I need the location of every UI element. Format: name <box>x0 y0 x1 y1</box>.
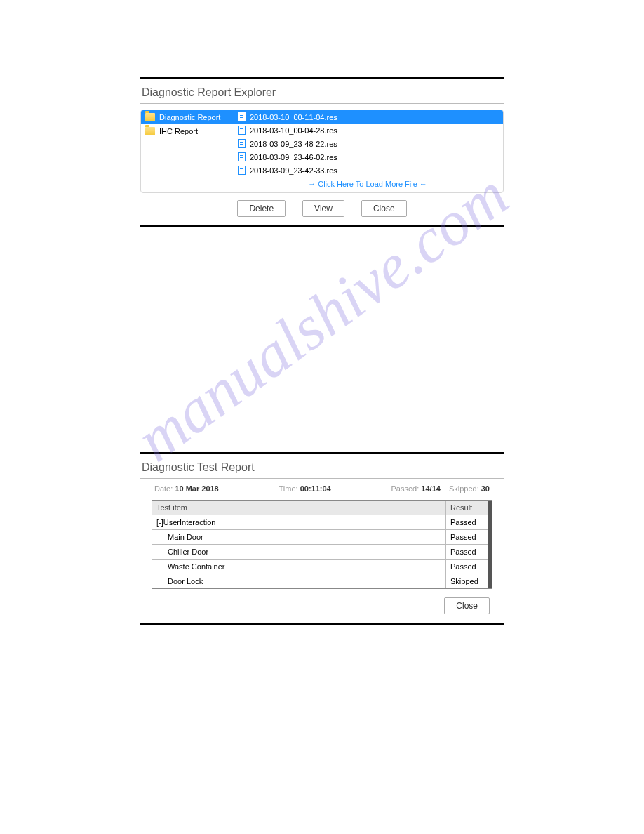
file-name: 2018-03-09_23-42-33.res <box>250 166 337 175</box>
row-result: Passed <box>446 530 488 544</box>
row-result: Passed <box>446 515 488 529</box>
folder-icon <box>145 113 155 121</box>
row-item: [-]UserInteraction <box>152 515 446 529</box>
passed-label: Passed: <box>391 484 420 493</box>
view-button[interactable]: View <box>302 200 344 217</box>
report-meta: Date: 10 Mar 2018 Time: 00:11:04 Passed:… <box>140 479 504 500</box>
table-row[interactable]: [-]UserInteraction Passed <box>152 515 488 530</box>
row-item: Chiller Door <box>152 545 446 559</box>
row-result: Skipped <box>446 574 488 588</box>
file-icon <box>238 112 246 121</box>
table-row[interactable]: Waste Container Passed <box>152 560 488 574</box>
file-name: 2018-03-09_23-46-02.res <box>250 153 337 161</box>
report-panel: Diagnostic Test Report Date: 10 Mar 2018… <box>140 452 504 625</box>
file-pane: 2018-03-10_00-11-04.res 2018-03-10_00-04… <box>232 110 503 192</box>
row-result: Passed <box>446 545 488 559</box>
table-row[interactable]: Door Lock Skipped <box>152 574 488 588</box>
report-close-button[interactable]: Close <box>444 597 490 614</box>
skipped-value: 30 <box>481 484 490 493</box>
scrollbar[interactable] <box>488 501 492 588</box>
folder-label: Diagnostic Report <box>159 113 220 121</box>
explorer-title: Diagnostic Report Explorer <box>140 84 504 104</box>
col-test-item: Test item <box>152 501 446 515</box>
folder-icon <box>145 127 155 135</box>
folder-label: IHC Report <box>159 127 198 135</box>
file-icon <box>238 166 246 175</box>
date-label: Date: <box>154 484 173 493</box>
close-button[interactable]: Close <box>361 200 407 217</box>
table-row[interactable]: Chiller Door Passed <box>152 545 488 560</box>
time-label: Time: <box>279 484 298 493</box>
col-result: Result <box>446 501 488 515</box>
folder-item-diagnostic-report[interactable]: Diagnostic Report <box>141 110 232 124</box>
file-icon <box>238 152 246 161</box>
file-name: 2018-03-10_00-04-28.res <box>250 126 337 135</box>
file-icon <box>238 126 246 135</box>
table-row[interactable]: Main Door Passed <box>152 530 488 545</box>
delete-button[interactable]: Delete <box>237 200 286 217</box>
time-value: 00:11:04 <box>300 484 331 493</box>
row-result: Passed <box>446 560 488 574</box>
date-value: 10 Mar 2018 <box>175 484 218 493</box>
file-item[interactable]: 2018-03-09_23-46-02.res <box>232 150 503 164</box>
row-item: Waste Container <box>152 560 446 574</box>
file-name: 2018-03-10_00-11-04.res <box>250 113 337 121</box>
load-more-link[interactable]: → Click Here To Load More File ← <box>232 177 503 192</box>
row-item: Main Door <box>152 530 446 544</box>
report-table: Test item Result [-]UserInteraction Pass… <box>152 500 492 589</box>
file-icon <box>238 139 246 148</box>
file-item[interactable]: 2018-03-09_23-48-22.res <box>232 137 503 150</box>
passed-value: 14/14 <box>421 484 441 493</box>
folder-item-ihc-report[interactable]: IHC Report <box>141 124 232 138</box>
file-name: 2018-03-09_23-48-22.res <box>250 140 337 148</box>
explorer-panel: Diagnostic Report Explorer Diagnostic Re… <box>140 77 504 227</box>
file-item[interactable]: 2018-03-10_00-11-04.res <box>232 110 503 124</box>
row-item: Door Lock <box>152 574 446 588</box>
file-item[interactable]: 2018-03-10_00-04-28.res <box>232 124 503 137</box>
folder-pane: Diagnostic Report IHC Report <box>141 110 232 192</box>
skipped-label: Skipped: <box>449 484 479 493</box>
file-item[interactable]: 2018-03-09_23-42-33.res <box>232 164 503 177</box>
report-title: Diagnostic Test Report <box>140 458 504 479</box>
